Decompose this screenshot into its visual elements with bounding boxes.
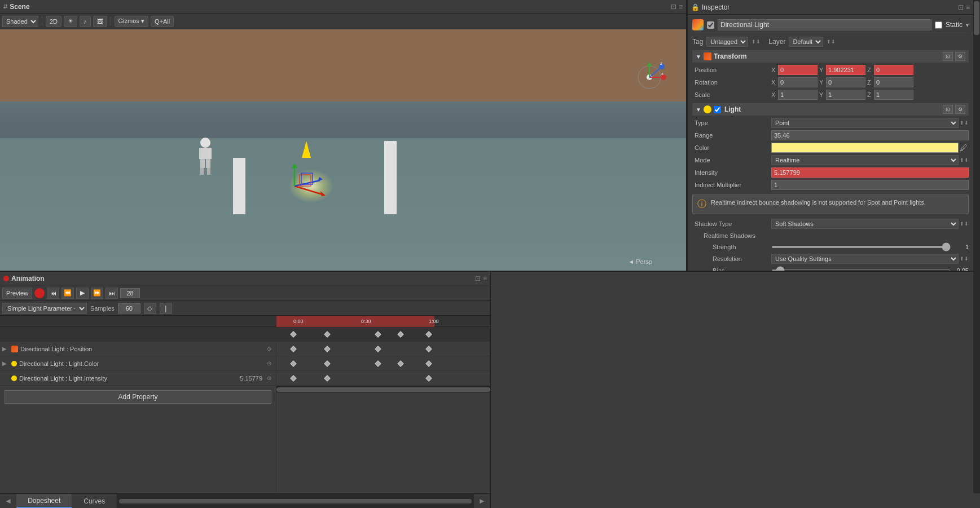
- go-icon: [692, 19, 704, 30]
- scale-z-field: Z: [867, 90, 913, 100]
- transform-collapse-arrow: ▼: [696, 54, 701, 60]
- kf-int-2[interactable]: [324, 375, 330, 381]
- samples-input[interactable]: [118, 303, 140, 313]
- pos-y-input[interactable]: [826, 65, 865, 75]
- strength-slider[interactable]: [771, 246, 951, 248]
- rot-y-input[interactable]: [826, 77, 865, 87]
- pos-y-label: Y: [819, 67, 825, 73]
- kf-pos-4[interactable]: [425, 346, 432, 352]
- anim-record-dot: [3, 276, 9, 281]
- kf-pos-3[interactable]: [375, 346, 381, 352]
- transform-gear-btn[interactable]: ⚙: [955, 52, 965, 61]
- divider2: [111, 17, 111, 26]
- timeline-right-arrow[interactable]: ►: [474, 494, 490, 508]
- resolution-select[interactable]: Use Quality Settings: [771, 254, 959, 264]
- transform-section-header[interactable]: ▼ Transform ⊡ ⚙: [692, 50, 969, 63]
- info-box: ⓘ Realtime indirect bounce shadowing is …: [692, 195, 969, 214]
- timeline-left-arrow[interactable]: ◄: [0, 494, 16, 508]
- kf-all-5[interactable]: [425, 331, 432, 337]
- pos-z-input[interactable]: [874, 65, 913, 75]
- gizmos-button[interactable]: Gizmos ▾: [115, 16, 148, 27]
- position-curve-btn[interactable]: ⊙: [265, 345, 274, 353]
- intensity-row: Intensity: [692, 166, 969, 179]
- light-enabled-checkbox[interactable]: [714, 106, 721, 113]
- kf-pos-1[interactable]: [290, 346, 296, 352]
- shadow-type-select[interactable]: Soft Shadows: [771, 219, 959, 229]
- 2d-button[interactable]: 2D: [46, 16, 61, 27]
- indirect-input[interactable]: [771, 180, 969, 190]
- kf-all-2[interactable]: [324, 331, 330, 337]
- go-active-checkbox[interactable]: [707, 21, 714, 29]
- next-frame-button[interactable]: ⏩: [91, 288, 103, 299]
- range-input[interactable]: [771, 130, 969, 140]
- timeline-bottom-scrollbar[interactable]: [276, 386, 490, 392]
- go-name-input[interactable]: [718, 19, 931, 30]
- prev-frame-button[interactable]: ⏪: [61, 288, 74, 299]
- light-copy-btn[interactable]: ⊡: [943, 105, 953, 114]
- mode-row: Mode Realtime ⬆⬇: [692, 154, 969, 166]
- bias-slider[interactable]: [771, 270, 951, 271]
- intensity-track[interactable]: Directional Light : Light.Intensity 5.15…: [0, 371, 276, 386]
- add-property-button[interactable]: Add Property: [5, 390, 271, 404]
- clip-select[interactable]: Simple Light Parameter ÷: [2, 303, 87, 314]
- kf-col-4[interactable]: [397, 360, 403, 366]
- kf-int-1[interactable]: [290, 375, 296, 381]
- kf-all-1[interactable]: [290, 331, 296, 337]
- preview-button[interactable]: Preview: [2, 288, 32, 299]
- light-section-header[interactable]: ▼ Light ⊡ ⚙: [692, 103, 969, 116]
- intensity-input[interactable]: [771, 167, 969, 178]
- kf-pos-2[interactable]: [324, 346, 330, 352]
- position-track[interactable]: ▶ Directional Light : Position ⊙: [0, 342, 276, 356]
- kf-col-1[interactable]: [290, 360, 296, 366]
- rot-x-input[interactable]: [778, 77, 818, 87]
- color-track[interactable]: ▶ Directional Light : Light.Color ⊙: [0, 356, 276, 371]
- color-picker-btn[interactable]: 🖊: [959, 143, 969, 152]
- scale-y-input[interactable]: [826, 90, 865, 100]
- inspector-lock-icon[interactable]: 🔒: [691, 3, 700, 11]
- scene-viewport[interactable]: x z: [0, 29, 686, 271]
- intensity-curve-btn[interactable]: ⊙: [265, 374, 274, 382]
- record-button[interactable]: [34, 288, 45, 298]
- static-dropdown-arrow[interactable]: ▾: [966, 22, 969, 28]
- light-gear-btn[interactable]: ⚙: [955, 105, 965, 114]
- type-select[interactable]: Point: [771, 118, 959, 128]
- kf-all-4[interactable]: [397, 331, 403, 337]
- position-track-icon: [11, 346, 18, 352]
- scale-x-input[interactable]: [778, 90, 818, 100]
- kf-col-2[interactable]: [324, 360, 330, 366]
- position-expand-arrow[interactable]: ▶: [2, 346, 9, 352]
- bottom-timeline-scroll[interactable]: [117, 494, 474, 508]
- layer-select[interactable]: Default: [789, 37, 823, 47]
- rot-z-input[interactable]: [874, 77, 913, 87]
- scene-gizmo[interactable]: x z: [630, 58, 669, 97]
- next-keyframe-button[interactable]: ⏭: [106, 288, 118, 299]
- kf-all-3[interactable]: [375, 331, 381, 337]
- add-keyframe-diamond-btn[interactable]: ◇: [144, 303, 156, 314]
- play-button[interactable]: ▶: [76, 288, 89, 299]
- kf-col-3[interactable]: [375, 360, 381, 366]
- color-curve-btn[interactable]: ⊙: [265, 360, 274, 368]
- light-button[interactable]: ☀: [64, 16, 77, 27]
- audio-button[interactable]: ♪: [80, 16, 91, 27]
- delete-keyframe-btn[interactable]: |: [160, 303, 172, 314]
- scale-z-input[interactable]: [874, 90, 913, 100]
- kf-col-5[interactable]: [425, 360, 432, 366]
- frame-input[interactable]: [120, 288, 140, 298]
- color-expand-arrow[interactable]: ▶: [2, 360, 9, 366]
- tab-curves[interactable]: Curves: [72, 494, 117, 508]
- transform-copy-btn[interactable]: ⊡: [943, 52, 953, 61]
- anim-tracks-left: ▶ Directional Light : Position ⊙ ▶ Direc…: [0, 316, 276, 493]
- mode-select[interactable]: Realtime: [771, 155, 959, 165]
- scene-titlebar: # Scene ⊡ ≡: [0, 0, 686, 14]
- tab-dopesheet[interactable]: Dopesheet: [16, 494, 72, 508]
- search-button[interactable]: Q+All: [151, 16, 174, 27]
- color-swatch[interactable]: [771, 143, 959, 153]
- tag-select[interactable]: Untagged: [706, 37, 748, 47]
- prev-keyframe-button[interactable]: ⏮: [47, 288, 59, 299]
- indirect-label: Indirect Multiplier: [692, 182, 771, 188]
- image-button[interactable]: 🖼: [93, 16, 107, 27]
- pos-x-input[interactable]: [778, 65, 818, 75]
- static-checkbox[interactable]: [935, 21, 942, 29]
- kf-int-3[interactable]: [425, 375, 432, 381]
- shaded-select[interactable]: Shaded: [2, 16, 38, 27]
